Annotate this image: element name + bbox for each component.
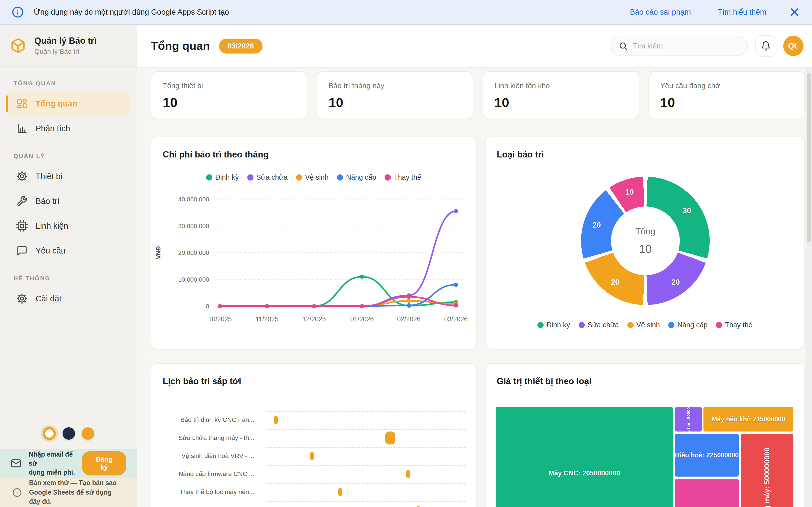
legend-dot <box>538 322 544 328</box>
legend-dot <box>578 322 585 328</box>
schedule-marker <box>338 488 342 496</box>
sidebar: Quản lý Bảo trì Quản lý Bảo trì TỔNG QUA… <box>0 25 137 507</box>
stat-label: Bảo trì tháng này <box>328 81 461 90</box>
legend-label: Thay thế <box>725 321 752 329</box>
apps-script-banner: Ứng dụng này do một người dùng Google Ap… <box>0 0 812 25</box>
sidebar-item-label: Bảo trì <box>36 196 59 206</box>
sidebar-item-label: Yêu cầu <box>36 246 65 256</box>
info-icon <box>12 6 24 18</box>
theme-dot-orange[interactable] <box>82 427 94 440</box>
signup-button[interactable]: Đăng ký <box>82 451 126 475</box>
donut-slice-value: 20 <box>592 221 601 229</box>
nav-section-label: HỆ THỐNG <box>13 275 131 282</box>
svg-text:02/2026: 02/2026 <box>397 316 420 323</box>
row-separator <box>266 411 466 412</box>
theme-dots <box>0 427 137 440</box>
stat-label: Linh kiện tồn kho <box>495 81 627 90</box>
type-chart-card: Loại bảo trì 3020202010 Tổng 10 Định kỳS… <box>485 136 805 349</box>
wrench-icon <box>16 195 28 207</box>
chat-icon <box>16 245 28 256</box>
stat-value: 10 <box>163 95 296 110</box>
banner-text: Ứng dụng này do một người dùng Google Ap… <box>34 8 229 17</box>
scrollbar-thumb[interactable] <box>807 73 811 242</box>
email-cta: Nhập email để sử dụng miễn phí. Đăng ký <box>0 449 137 478</box>
sidebar-item-cài-đặt[interactable]: Cài đặt <box>6 287 131 311</box>
stat-card: Tổng thiết bị10 <box>151 71 307 119</box>
legend-item: Thay thế <box>716 321 752 329</box>
donut-center: Tổng 10 <box>611 207 680 275</box>
sidebar-item-bảo-trì[interactable]: Bảo trì <box>6 189 131 213</box>
sidebar-item-tổng-quan[interactable]: Tổng quan <box>6 92 131 115</box>
treemap-block-label: Máy nén khí: 215000000 <box>712 415 785 423</box>
treemap-title: Giá trị thiết bị theo loại <box>497 376 592 386</box>
trial-note-text: Bản xem thử — Tạo bản sao Google Sheets … <box>29 478 124 506</box>
theme-dot-dark[interactable] <box>63 427 75 440</box>
svg-text:03/2026: 03/2026 <box>444 316 467 323</box>
theme-dot-light[interactable] <box>43 427 56 440</box>
stat-cards: Tổng thiết bị10Bảo trì tháng này10Linh k… <box>151 71 805 119</box>
row-separator <box>266 501 466 502</box>
search-box[interactable] <box>611 36 748 56</box>
treemap-block-label: Thang máy: 500000000 <box>763 447 772 507</box>
learn-more-link[interactable]: Tìm hiểu thêm <box>718 8 766 17</box>
info-circle-icon <box>12 488 22 497</box>
dashboard-icon <box>16 98 28 109</box>
stat-card: Bảo trì tháng này10 <box>317 71 473 119</box>
svg-text:0: 0 <box>206 303 209 310</box>
treemap-block <box>675 479 739 507</box>
treemap-block-label: Máy CNC: 2050000000 <box>549 469 620 477</box>
sidebar-item-label: Linh kiện <box>36 221 68 231</box>
svg-text:30,000,000: 30,000,000 <box>178 223 209 230</box>
type-chart-title: Loại bảo trì <box>497 150 544 160</box>
schedule-row-label: Bảo trì máy hàn TIG định ... <box>151 501 254 507</box>
row-separator <box>266 447 466 448</box>
row-separator <box>266 483 466 484</box>
schedule-row-label: Vệ sinh điều hoà VRV - ... <box>151 447 254 465</box>
type-chart-legend: Định kỳSửa chữaVệ sinhNâng cấpThay thế <box>486 321 804 329</box>
legend-item: Vệ sinh <box>627 321 660 329</box>
gear-icon <box>16 293 28 304</box>
sidebar-item-phân-tích[interactable]: Phân tích <box>6 117 131 140</box>
schedule-row-label: Nâng cấp firmware CNC ... <box>151 465 254 483</box>
treemap-block: Thang máy: 500000000 <box>741 434 794 507</box>
stat-label: Yêu cầu đang chờ <box>660 81 793 90</box>
svg-text:10,000,000: 10,000,000 <box>178 276 209 283</box>
schedule-chart-card: Lịch bảo trì sắp tới Bảo trì định kỳ CNC… <box>151 363 476 507</box>
topbar: Tổng quan 03/2026 QL <box>137 25 812 68</box>
svg-text:01/2026: 01/2026 <box>350 316 373 323</box>
avatar[interactable]: QL <box>783 36 804 56</box>
email-cta-text: Nhập email để sử dụng miễn phí. <box>29 450 82 477</box>
search-input[interactable] <box>633 42 740 50</box>
stat-card: Yêu cầu đang chờ10 <box>649 71 805 119</box>
svg-text:40,000,000: 40,000,000 <box>178 196 209 203</box>
cost-chart-card: Chi phí bảo trì theo tháng Định kỳSửa ch… <box>151 136 476 349</box>
sidebar-nav: TỔNG QUANTổng quanPhân tíchQUẢN LÝThiết … <box>0 67 137 311</box>
legend-dot <box>668 322 674 328</box>
stat-value: 10 <box>328 95 461 110</box>
schedule-row-label: Thay thế bộ lọc máy nén... <box>151 483 254 501</box>
donut-slice-value: 20 <box>671 278 680 287</box>
cost-line-chart: 40,000,00030,000,00020,000,00010,000,000… <box>151 137 476 349</box>
stat-value: 10 <box>495 95 627 110</box>
sidebar-item-linh-kiện[interactable]: Linh kiện <box>6 214 131 238</box>
legend-dot <box>627 322 633 328</box>
search-icon <box>619 41 627 50</box>
sidebar-item-yêu-cầu[interactable]: Yêu cầu <box>6 239 131 263</box>
scrollbar-track[interactable] <box>806 68 812 507</box>
report-abuse-link[interactable]: Báo cáo sai phạm <box>630 8 691 17</box>
stat-value: 10 <box>660 95 793 110</box>
treemap-block: Máy nén khí: 215000000 <box>703 407 794 432</box>
sidebar-item-thiết-bị[interactable]: Thiết bị <box>6 165 131 188</box>
legend-label: Sửa chữa <box>588 321 619 329</box>
treemap-block-label: Máy hàn: 80000000 <box>686 407 691 432</box>
legend-dot <box>716 322 722 328</box>
close-icon[interactable] <box>789 6 800 18</box>
treemap-block: Máy CNC: 2050000000 <box>496 407 673 507</box>
treemap-card: Giá trị thiết bị theo loại Máy CNC: 2050… <box>485 363 805 507</box>
svg-text:VNĐ: VNĐ <box>155 246 162 259</box>
notifications-button[interactable] <box>755 35 776 57</box>
gear-icon <box>16 171 28 182</box>
sidebar-item-label: Phân tích <box>36 124 70 133</box>
page-title: Tổng quan <box>151 40 210 53</box>
legend-label: Định kỳ <box>546 321 570 329</box>
